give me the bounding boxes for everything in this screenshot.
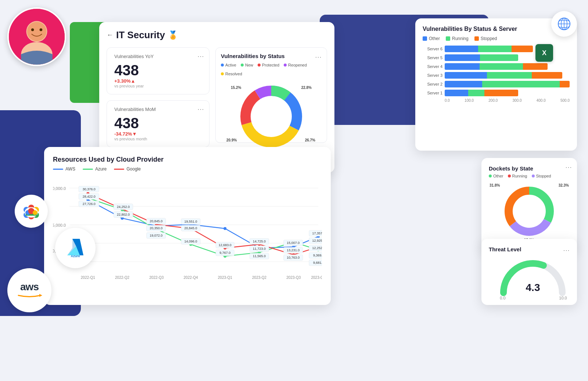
- svg-text:2022-Q1: 2022-Q1: [81, 276, 95, 280]
- yoy-metric: Vulnerabilities YoY ⋯ 438 +3.30%▲ vs pre…: [107, 47, 209, 94]
- vuln-status-dots[interactable]: ⋯: [315, 53, 322, 61]
- svg-text:9,369.0: 9,369.0: [313, 254, 322, 257]
- svg-point-124: [33, 211, 37, 215]
- svg-text:30,376.0: 30,376.0: [83, 187, 96, 191]
- svg-text:2023-Q3: 2023-Q3: [286, 276, 301, 280]
- dockets-legend: Other Running Stopped: [489, 174, 570, 178]
- aws-logo: aws: [7, 268, 51, 312]
- vuln-status-title: Vulnerabilities by Status: [221, 53, 285, 59]
- svg-marker-129: [39, 294, 42, 297]
- svg-text:9,767.0: 9,767.0: [219, 251, 230, 255]
- svg-text:2022-Q3: 2022-Q3: [149, 276, 164, 280]
- svg-text:12,252.0: 12,252.0: [312, 246, 322, 250]
- svg-text:20,350.0: 20,350.0: [150, 226, 162, 230]
- donut-label-resolved: 26.7%: [305, 138, 315, 142]
- trophy-icon: 🏅: [168, 30, 178, 40]
- globe-icon: [551, 11, 577, 37]
- mom-metric: Vulnerabilities MoM ⋯ 438 -34.72%▼ vs pr…: [107, 100, 209, 147]
- svg-text:19,072.0: 19,072.0: [150, 234, 162, 237]
- resources-line-chart: 30,000.0 25,000.0 20,000.0: [53, 175, 322, 293]
- back-button[interactable]: ←: [107, 31, 113, 39]
- threat-gauge: 4.3 0.0 10.0: [496, 256, 562, 293]
- threat-dots[interactable]: ⋯: [563, 246, 570, 254]
- donut-label-reopened: 20.9%: [226, 138, 237, 142]
- svg-point-28: [223, 227, 226, 230]
- resources-card: Resources Used by Cloud Provider AWS Azu…: [44, 147, 331, 305]
- svg-point-4: [31, 28, 34, 31]
- svg-text:2023-Q1: 2023-Q1: [218, 276, 232, 280]
- donut-label-new: 15.2%: [231, 86, 241, 90]
- mom-dots[interactable]: ⋯: [197, 105, 204, 113]
- dockets-title: Dockets by State: [489, 165, 570, 172]
- excel-icon: X: [535, 44, 553, 62]
- page-title: IT Security: [116, 29, 165, 41]
- google-cloud-logo: Cloud: [15, 195, 48, 228]
- svg-text:Azure: Azure: [71, 254, 80, 258]
- vuln-server-card: Vulnerabilities By Status & Server Other…: [415, 18, 577, 151]
- svg-text:28,422.0: 28,422.0: [83, 195, 96, 198]
- svg-point-3: [27, 22, 46, 41]
- svg-text:20,845.0: 20,845.0: [150, 219, 162, 223]
- vuln-server-title: Vulnerabilities By Status & Server: [423, 26, 570, 32]
- svg-text:11,723.0: 11,723.0: [253, 247, 266, 251]
- svg-text:10.0: 10.0: [559, 296, 567, 300]
- svg-point-15: [253, 98, 290, 135]
- svg-text:2023-Q4: 2023-Q4: [311, 276, 322, 280]
- avatar: [7, 7, 66, 66]
- donut-label-active: 22.8%: [301, 86, 312, 90]
- svg-text:20,845.0: 20,845.0: [184, 226, 197, 230]
- svg-text:15,007.0: 15,007.0: [287, 241, 300, 245]
- svg-text:22,802.0: 22,802.0: [117, 213, 130, 216]
- svg-point-5: [40, 28, 43, 31]
- threat-title: Threat Level: [489, 246, 521, 252]
- x-axis: 0.0100.0200.0300.0400.0500.0: [445, 98, 570, 103]
- resources-title: Resources Used by Cloud Provider: [53, 156, 322, 163]
- avatar-image: [9, 9, 65, 65]
- svg-text:25,000.0: 25,000.0: [53, 223, 66, 227]
- card-header: ← IT Security 🏅: [107, 29, 327, 41]
- azure-logo: Azure: [55, 228, 96, 268]
- svg-text:9,681.0: 9,681.0: [313, 261, 322, 265]
- svg-text:24,252.0: 24,252.0: [117, 205, 130, 209]
- svg-point-106: [514, 196, 545, 227]
- vuln-status-donut: [234, 80, 308, 153]
- svg-text:4.3: 4.3: [526, 282, 540, 293]
- svg-text:14,096.0: 14,096.0: [184, 240, 197, 243]
- svg-text:30,000.0: 30,000.0: [53, 186, 66, 191]
- svg-text:19,551.0: 19,551.0: [184, 220, 197, 223]
- resources-legend: AWS Azure Google: [53, 166, 322, 172]
- svg-text:2022-Q2: 2022-Q2: [115, 276, 129, 280]
- dockets-label-other: 32.3%: [559, 183, 569, 187]
- svg-text:13,231.0: 13,231.0: [287, 248, 300, 252]
- server-legend: Other Running Stopped: [423, 36, 570, 41]
- svg-text:2022-Q4: 2022-Q4: [184, 276, 198, 280]
- dockets-donut: [500, 182, 559, 241]
- vuln-legend: Active New Protected Reopened Resolved: [221, 63, 322, 76]
- svg-text:0.0: 0.0: [500, 296, 505, 300]
- svg-text:12,683.0: 12,683.0: [219, 243, 232, 247]
- svg-text:11,565.0: 11,565.0: [253, 254, 266, 258]
- yoy-dots[interactable]: ⋯: [197, 52, 204, 60]
- dockets-label-stopped: 31.8%: [490, 183, 500, 187]
- svg-text:2023-Q2: 2023-Q2: [252, 276, 266, 280]
- threat-card: Threat Level ⋯ 4.3 0.0 10.0: [481, 239, 577, 305]
- svg-text:14,725.0: 14,725.0: [253, 240, 266, 243]
- dockets-card: Dockets by State ⋯ Other Running Stopped…: [481, 158, 577, 252]
- svg-text:10,763.0: 10,763.0: [287, 256, 300, 259]
- dockets-dots[interactable]: ⋯: [565, 163, 572, 171]
- svg-text:12,925.0: 12,925.0: [312, 239, 322, 242]
- svg-text:27,726.0: 27,726.0: [83, 202, 96, 206]
- svg-text:17,357.0: 17,357.0: [312, 231, 322, 235]
